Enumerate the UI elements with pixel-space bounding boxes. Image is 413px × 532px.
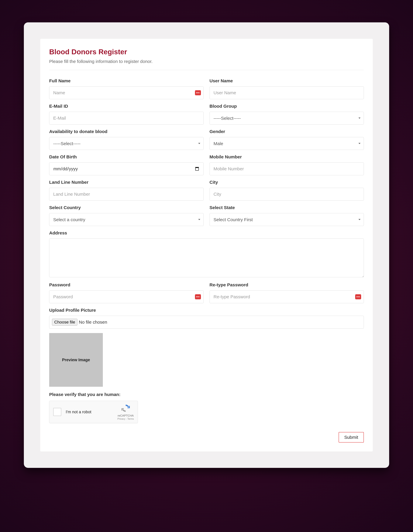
password-manager-icon[interactable]: ••• (355, 294, 361, 299)
state-select[interactable]: Select Country First (210, 213, 364, 226)
mobile-input[interactable] (210, 162, 364, 175)
dob-label: Date Of Birth (49, 154, 204, 160)
landline-input[interactable] (49, 188, 204, 201)
file-status-text: No file chosen (79, 320, 107, 325)
recaptcha-text: I'm not a robot (66, 410, 118, 414)
retype-password-label: Re-type Password (210, 282, 364, 287)
country-select[interactable]: Select a country (49, 213, 204, 226)
address-textarea[interactable] (49, 238, 364, 277)
mobile-label: Mobile Number (210, 154, 364, 160)
page-subtitle: Please fill the following information to… (49, 59, 364, 70)
full-name-input[interactable] (49, 86, 204, 99)
file-input-row[interactable]: Choose file No file chosen (49, 316, 364, 329)
gender-label: Gender (210, 129, 364, 134)
recaptcha-links[interactable]: Privacy - Terms (118, 418, 134, 420)
password-manager-icon[interactable]: ••• (195, 294, 201, 299)
recaptcha-checkbox[interactable] (53, 408, 61, 416)
dob-input[interactable] (49, 162, 204, 175)
captcha-label: Please verify that you are human: (49, 392, 364, 397)
blood-group-label: Blood Group (210, 104, 364, 109)
recaptcha-icon (118, 404, 134, 413)
outer-card: Blood Donors Register Please fill the fo… (24, 22, 389, 468)
availability-select[interactable]: -----Select----- (49, 137, 204, 150)
recaptcha-brand: reCAPTCHA (118, 414, 134, 417)
user-name-input[interactable] (210, 86, 364, 99)
country-label: Select Country (49, 205, 204, 210)
password-manager-icon[interactable]: ••• (195, 90, 201, 95)
landline-label: Land Line Number (49, 180, 204, 185)
email-input[interactable] (49, 112, 204, 124)
choose-file-button[interactable]: Choose file (52, 319, 77, 326)
recaptcha-widget[interactable]: I'm not a robot reCAPTCHA Privacy - Term… (49, 401, 138, 423)
password-label: Password (49, 282, 204, 287)
availability-label: Availability to donate blood (49, 129, 204, 134)
city-input[interactable] (210, 188, 364, 201)
preview-image-text: Preview Image (62, 358, 90, 362)
password-input[interactable] (49, 290, 204, 303)
form-card: Blood Donors Register Please fill the fo… (40, 39, 373, 451)
user-name-label: User Name (210, 78, 364, 83)
blood-group-select[interactable]: -----Select----- (210, 112, 364, 124)
full-name-label: Full Name (49, 78, 204, 83)
email-label: E-Mail ID (49, 104, 204, 109)
upload-label: Upload Profile Picture (49, 308, 364, 313)
address-label: Address (49, 230, 364, 236)
city-label: City (210, 180, 364, 185)
retype-password-input[interactable] (210, 290, 364, 303)
recaptcha-branding: reCAPTCHA Privacy - Terms (118, 404, 134, 420)
gender-select[interactable]: Male (210, 137, 364, 150)
preview-image-box: Preview Image (49, 333, 103, 387)
page-title: Blood Donors Register (49, 48, 364, 56)
submit-button[interactable]: Submit (339, 432, 364, 443)
state-label: Select State (210, 205, 364, 210)
